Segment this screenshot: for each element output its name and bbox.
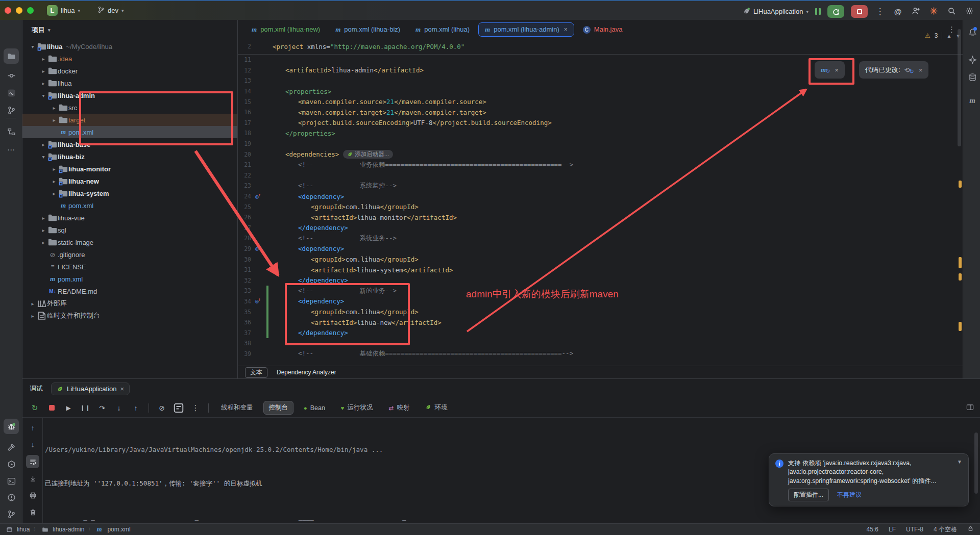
code-line-14[interactable]: 14<properties> [238, 86, 963, 97]
stop-icon[interactable] [45, 402, 58, 414]
mute-breakpoints-icon[interactable]: ⊘ [156, 402, 168, 414]
branch-widget[interactable]: dev ▾ [97, 6, 124, 15]
commit-tool-icon[interactable] [4, 68, 19, 83]
file-encoding[interactable]: UTF-8 [906, 526, 923, 533]
code-line-18[interactable]: 18</properties> [238, 128, 963, 139]
more-actions-icon[interactable]: ⋮ [874, 6, 886, 17]
previous-problem-icon[interactable]: ▲ [946, 33, 951, 39]
chevron-right-icon[interactable]: ▸ [39, 68, 47, 74]
chevron-down-icon[interactable]: ▾ [39, 93, 47, 98]
console-up-icon[interactable]: ↑ [26, 421, 39, 435]
tree-item-[interactable]: ▸临时文件和控制台 [22, 310, 237, 322]
close-icon[interactable]: × [919, 66, 923, 74]
chevron-right-icon[interactable]: ▸ [29, 301, 37, 307]
minimize-window-button[interactable] [16, 7, 22, 14]
editor-bottom-tab-[interactable]: 文本 [245, 367, 267, 378]
tree-item-sql[interactable]: ▸sql [22, 224, 237, 236]
maximize-window-button[interactable] [27, 7, 34, 14]
close-window-button[interactable] [5, 7, 11, 14]
editor-tab-pom.xmllihua-new[interactable]: mpom.xml (lihua-new) [245, 22, 327, 37]
rerun-debug-button[interactable] [827, 5, 844, 18]
chevron-right-icon[interactable]: ▸ [39, 142, 47, 147]
maven-panel-icon[interactable]: m [966, 94, 978, 107]
tree-item-docker[interactable]: ▸docker [22, 65, 237, 77]
pull-requests-tool-icon[interactable] [4, 103, 19, 118]
chevron-right-icon[interactable]: ▸ [50, 166, 58, 172]
version-control-tool-icon[interactable] [4, 506, 19, 522]
lock-icon[interactable] [967, 525, 974, 533]
ai-chat-icon[interactable]: @ [892, 7, 903, 16]
debug-tab-映射[interactable]: ⇄映射 [383, 401, 415, 415]
editor-bottom-tab-DependencyAnalyzer[interactable]: Dependency Analyzer [277, 369, 336, 376]
code-line-22[interactable]: 22 [238, 170, 963, 181]
dependency-gutter-icon[interactable]: ◎↑ [255, 245, 266, 252]
code-line-28[interactable]: 28<!-- 系统业务--> [238, 233, 963, 244]
code-line-27[interactable]: 27</dependency> [238, 223, 963, 234]
chevron-down-icon[interactable]: ▾ [39, 154, 47, 160]
clear-console-icon[interactable] [26, 505, 39, 519]
debug-tab-环境[interactable]: 环境 [420, 401, 453, 415]
settings-gear-icon[interactable] [964, 7, 975, 17]
inspections-widget[interactable]: ⚠ 3 ▲ ▼ [925, 32, 961, 39]
chevron-down-icon[interactable]: ▾ [29, 44, 37, 49]
chevron-right-icon[interactable]: ▸ [50, 191, 58, 196]
step-out-icon[interactable]: ↑ [130, 402, 142, 414]
code-changed-chip[interactable]: 代码已更改: ⟲↻ × [859, 61, 928, 79]
code-line-31[interactable]: 31<artifactId>lihua-system</artifactId> [238, 265, 963, 275]
code-line-19[interactable]: 19 [238, 139, 963, 149]
notifications-bell-icon[interactable] [966, 26, 978, 38]
step-over-icon[interactable]: ↷ [96, 402, 108, 414]
more-actions-icon[interactable]: ⋮ [189, 402, 202, 414]
debug-tab-Bean[interactable]: ●Bean [298, 402, 331, 414]
rerun-changed-icon[interactable]: ⟲↻ [904, 66, 915, 74]
breadcrumb-lihua-admin[interactable]: lihua-admin [42, 526, 84, 533]
tree-item-.gitignore[interactable]: ⊘.gitignore [22, 248, 237, 261]
debug-session-tab[interactable]: LiHuaApplication × [51, 383, 130, 395]
pause-icon[interactable]: ❙❙ [79, 402, 91, 414]
chevron-right-icon[interactable]: ▸ [50, 105, 58, 111]
run-configuration-widget[interactable]: LiHuaApplication ▾ [743, 7, 808, 16]
dont-suggest-link[interactable]: 不再建议 [837, 491, 862, 499]
add-starters-inlay[interactable]: 添加启动器... [343, 150, 393, 159]
code-line-39[interactable]: 39<!-- 基础依赖=============================… [238, 349, 963, 360]
breadcrumb-lihua[interactable]: lihua [6, 526, 30, 533]
code-line-29[interactable]: 29◎↑<dependency> [238, 244, 963, 254]
tree-item-README.md[interactable]: M↓README.md [22, 285, 237, 297]
line-separator[interactable]: LF [889, 526, 896, 533]
dependency-gutter-icon[interactable]: ◎↑ [255, 193, 266, 200]
dependency-gutter-icon[interactable]: ◎↑ [255, 298, 266, 304]
chevron-right-icon[interactable]: ▸ [39, 240, 47, 245]
console-scrollbar[interactable] [974, 432, 978, 494]
add-user-icon[interactable] [910, 7, 921, 17]
chevron-right-icon[interactable]: ▸ [39, 227, 47, 233]
tree-item-lihua-biz[interactable]: ▾lihua-biz [22, 150, 237, 163]
ai-assistant-tool-icon[interactable] [4, 85, 19, 100]
services-tool-icon[interactable] [4, 456, 19, 472]
tree-item-pom.xml[interactable]: mpom.xml [22, 199, 237, 212]
editor-tab-pom.xmllihua[interactable]: mpom.xml (lihua) [409, 22, 476, 37]
ai-assistant-icon[interactable] [966, 54, 978, 66]
tree-item-lihua[interactable]: ▾lihua~/MyCode/lihua [22, 40, 237, 53]
evaluate-icon[interactable] [173, 402, 185, 414]
code-line-30[interactable]: 30<groupId>com.lihua</groupId> [238, 254, 963, 265]
print-icon[interactable] [26, 489, 39, 502]
code-line-26[interactable]: 26<artifactId>lihua-monitor</artifactId> [238, 212, 963, 223]
chevron-right-icon[interactable]: ▸ [39, 56, 47, 62]
tree-item-lihua-system[interactable]: ▸lihua-system [22, 187, 237, 199]
close-icon[interactable]: × [564, 26, 568, 33]
terminal-tool-icon[interactable] [4, 473, 19, 489]
code-line-2[interactable]: 2<project xmlns="http://maven.apache.org… [238, 41, 464, 52]
tree-item-[interactable]: ▸外部库 [22, 297, 237, 310]
stop-button[interactable] [851, 5, 868, 18]
breadcrumb-pom.xml[interactable]: mpom.xml [96, 525, 130, 533]
build-tool-icon[interactable] [4, 439, 19, 454]
debug-tab-线程和变量[interactable]: 线程和变量 [215, 401, 259, 415]
debug-tab-运行状况[interactable]: ♥运行状况 [335, 401, 379, 415]
problems-tool-icon[interactable] [4, 490, 19, 505]
code-line-15[interactable]: 15<maven.compiler.source>21</maven.compi… [238, 96, 963, 107]
console-down-icon[interactable]: ↓ [26, 438, 39, 451]
step-into-icon[interactable]: ↓ [113, 402, 125, 414]
tree-item-lihua[interactable]: ▸lihua [22, 77, 237, 89]
tree-item-pom.xml[interactable]: mpom.xml [22, 273, 237, 285]
pause-output-icon[interactable] [815, 8, 821, 15]
